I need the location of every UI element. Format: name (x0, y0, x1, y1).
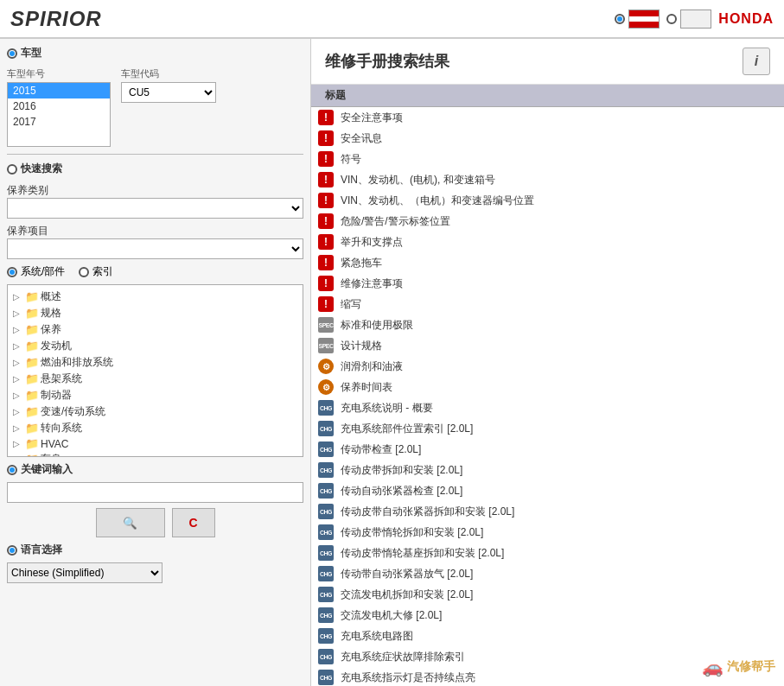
model-year-item-2016[interactable]: 2016 (8, 98, 110, 114)
result-item[interactable]: !安全讯息 (311, 128, 784, 149)
result-text-18: 传动自动张紧器检查 [2.0L] (341, 484, 462, 499)
language-select[interactable]: Chinese (Simplified) English Japanese (7, 562, 163, 583)
keyword-label: 关键词输入 (21, 462, 73, 477)
result-item[interactable]: CHG传动带自动张紧器放气 [2.0L] (311, 563, 784, 584)
tree-item-zhuanxiang[interactable]: ▷ 📁 转向系统 (11, 420, 299, 436)
result-icon-21: CHG (318, 545, 334, 561)
result-icon-26: CHG (318, 649, 334, 664)
result-item[interactable]: !VIN、发动机、(电机), 和变速箱号 (311, 169, 784, 190)
maintenance-item-label: 保养项目 (7, 225, 48, 237)
model-year-item-2015[interactable]: 2015 (8, 83, 110, 98)
result-item[interactable]: !举升和支撑点 (311, 232, 784, 252)
flag-radio-1[interactable] (615, 10, 660, 29)
tree-item-bianshu[interactable]: ▷ 📁 变速/传动系统 (11, 403, 299, 420)
model-row: 车型年号 2015 2016 2017 车型代码 CU5 (7, 67, 303, 147)
tree-expander-bianshu: ▷ (13, 407, 23, 416)
result-item[interactable]: CHG传动皮带惰轮拆卸和安装 [2.0L] (311, 522, 784, 543)
tree-item-fadongji[interactable]: ▷ 📁 发动机 (11, 338, 299, 354)
result-icon-5: ! (318, 213, 334, 229)
result-item[interactable]: CHG充电系统电路图 (311, 626, 784, 646)
keyword-radio[interactable] (7, 465, 17, 475)
result-item[interactable]: !紧急拖车 (311, 252, 784, 273)
result-icon-19: CHG (318, 504, 334, 519)
result-icon-10: SPEC (318, 317, 334, 333)
app-header: SPIRIOR HONDA (0, 0, 784, 39)
result-text-26: 充电系统症状故障排除索引 (341, 650, 465, 664)
result-icon-6: ! (318, 234, 334, 250)
result-text-22: 传动带自动张紧器放气 [2.0L] (341, 567, 473, 581)
tree-item-baoyang[interactable]: ▷ 📁 保养 (11, 321, 299, 338)
tree-label-baoyang: 保养 (41, 322, 61, 337)
divider-1 (7, 154, 303, 155)
result-icon-8: ! (318, 276, 334, 291)
tree-label-bianshu: 变速/传动系统 (41, 404, 105, 419)
tree-item-gaishi[interactable]: ▷ 📁 概述 (11, 289, 299, 305)
tree-item-cheshen[interactable]: ▷ 📁 车身 (11, 451, 299, 457)
maintenance-type-select[interactable] (7, 198, 303, 219)
result-item[interactable]: !缩写 (311, 294, 784, 314)
folder-icon-baoyang: 📁 (25, 323, 39, 336)
result-item[interactable]: CHG传动自动张紧器检查 [2.0L] (311, 480, 784, 501)
flag-radio-dot-2[interactable] (666, 14, 677, 24)
result-item[interactable]: CHG传动带检查 [2.0L] (311, 439, 784, 460)
result-item[interactable]: !危险/警告/警示标签位置 (311, 211, 784, 232)
model-year-item-2017[interactable]: 2017 (8, 114, 110, 130)
vehicle-type-radio[interactable] (7, 48, 17, 59)
tree-item-zhidong[interactable]: ▷ 📁 制动器 (11, 387, 299, 403)
result-item[interactable]: !安全注意事项 (311, 107, 784, 128)
model-code-label: 车型代码 (121, 67, 216, 80)
tree-item-xuanjia[interactable]: ▷ 📁 悬架系统 (11, 371, 299, 387)
index-radio-option[interactable]: 索引 (79, 264, 113, 279)
folder-icon-gaishi: 📁 (25, 290, 39, 303)
vehicle-type-label: 车型 (21, 46, 41, 60)
result-item[interactable]: CHG充电系统说明 - 概要 (311, 397, 784, 418)
tree-item-hvac[interactable]: ▷ 📁 HVAC (11, 436, 299, 451)
result-item[interactable]: SPEC标准和使用极限 (311, 314, 784, 335)
flag-radio-dot-1[interactable] (615, 14, 625, 24)
model-code-select[interactable]: CU5 (121, 82, 216, 103)
result-icon-14: CHG (318, 400, 334, 416)
result-icon-9: ! (318, 296, 334, 312)
language-radio[interactable] (7, 545, 17, 556)
clear-button[interactable]: C (172, 508, 215, 537)
result-text-0: 安全注意事项 (341, 111, 403, 125)
result-item[interactable]: SPEC设计规格 (311, 335, 784, 356)
folder-icon-zhuanxiang: 📁 (25, 422, 39, 435)
quick-search-radio[interactable] (7, 164, 17, 175)
result-item[interactable]: CHG传动皮带惰轮基座拆卸和安装 [2.0L] (311, 543, 784, 563)
result-text-27: 充电系统指示灯是否持续点亮 (341, 670, 475, 685)
result-icon-23: CHG (318, 587, 334, 602)
result-item[interactable]: !VIN、发动机、（电机）和变速器编号位置 (311, 190, 784, 211)
result-item[interactable]: ⚙润滑剂和油液 (311, 356, 784, 377)
result-text-21: 传动皮带惰轮基座拆卸和安装 [2.0L] (341, 546, 504, 561)
folder-icon-zhidong: 📁 (25, 389, 39, 402)
search-button[interactable]: 🔍 (96, 508, 165, 537)
result-item[interactable]: ⚙保养时间表 (311, 377, 784, 397)
tree-item-ranyou[interactable]: ▷ 📁 燃油和排放系统 (11, 354, 299, 371)
model-year-list[interactable]: 2015 2016 2017 (7, 82, 111, 147)
result-text-11: 设计规格 (341, 339, 382, 353)
result-item[interactable]: CHG交流发电机拆卸和安装 [2.0L] (311, 584, 784, 605)
tree-label-hvac: HVAC (41, 438, 68, 450)
result-item[interactable]: CHG传动皮带自动张紧器拆卸和安装 [2.0L] (311, 501, 784, 522)
tree-item-guige[interactable]: ▷ 📁 规格 (11, 305, 299, 321)
system-radio-option[interactable]: 系统/部件 (7, 264, 65, 279)
maintenance-item-select[interactable] (7, 238, 303, 259)
tree-view[interactable]: ▷ 📁 概述 ▷ 📁 规格 ▷ 📁 保养 ▷ 📁 发动机 ▷ 📁 (7, 284, 303, 457)
folder-icon-fadongji: 📁 (25, 340, 39, 353)
result-item[interactable]: CHG传动皮带拆卸和安装 [2.0L] (311, 460, 784, 480)
result-item[interactable]: !维修注意事项 (311, 273, 784, 294)
result-icon-24: CHG (318, 607, 334, 623)
index-radio-dot[interactable] (79, 267, 89, 277)
system-radio-dot[interactable] (7, 267, 17, 277)
flag-radio-2[interactable] (666, 10, 711, 29)
flag-image-1 (628, 10, 660, 29)
result-item[interactable]: CHG充电系统部件位置索引 [2.0L] (311, 418, 784, 439)
result-text-10: 标准和使用极限 (341, 318, 413, 333)
keyword-input[interactable] (7, 482, 303, 503)
info-button[interactable]: i (743, 48, 770, 75)
result-icon-13: ⚙ (318, 379, 334, 395)
result-item[interactable]: CHG交流发电机大修 [2.0L] (311, 605, 784, 626)
result-item[interactable]: !符号 (311, 149, 784, 169)
results-list[interactable]: !安全注意事项!安全讯息!符号!VIN、发动机、(电机), 和变速箱号!VIN、… (311, 107, 784, 686)
